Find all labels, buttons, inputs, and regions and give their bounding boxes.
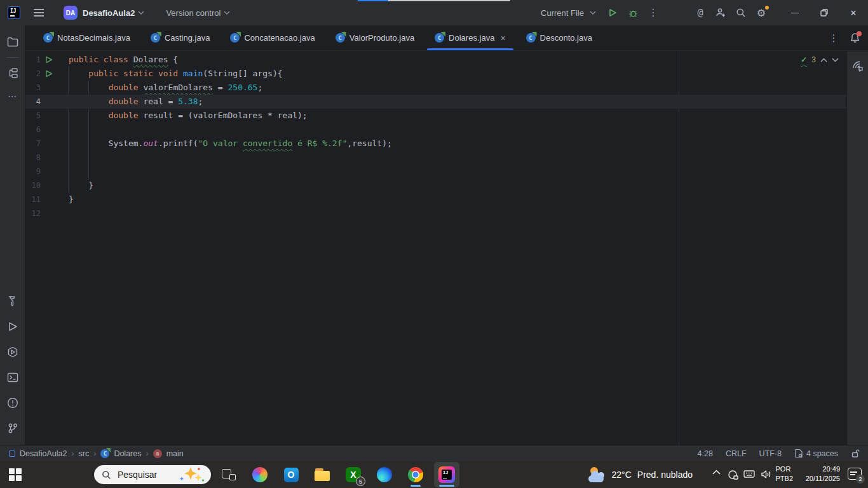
line-number[interactable]: 1 bbox=[25, 53, 41, 67]
file-encoding[interactable]: UTF-8 bbox=[759, 449, 782, 458]
version-control-chevron-down-icon[interactable] bbox=[224, 11, 230, 15]
line-number[interactable]: 7 bbox=[25, 137, 41, 151]
tab-casting-java[interactable]: CCasting.java bbox=[140, 25, 220, 50]
close-tab-icon[interactable]: × bbox=[500, 33, 505, 43]
notification-center-button[interactable]: 2 bbox=[846, 467, 863, 482]
code-line-9[interactable]: 9 bbox=[25, 165, 846, 179]
line-number[interactable]: 4 bbox=[25, 95, 41, 109]
line-number[interactable]: 9 bbox=[25, 165, 41, 179]
intellij-taskbar-button[interactable]: IJ bbox=[434, 462, 459, 487]
window-minimize-button[interactable]: — bbox=[780, 0, 810, 25]
settings-gear-icon[interactable]: ⚙ bbox=[751, 4, 771, 22]
run-line-icon[interactable] bbox=[45, 67, 58, 81]
window-close-button[interactable]: ✕ bbox=[839, 0, 868, 25]
xbox-button[interactable]: X 5 bbox=[341, 462, 366, 487]
version-control-menu[interactable]: Version control bbox=[166, 8, 220, 18]
run-configuration-selector[interactable]: Current File bbox=[541, 8, 584, 18]
prev-problem-icon[interactable] bbox=[820, 58, 827, 62]
breadcrumb-src[interactable]: src bbox=[79, 449, 90, 458]
tray-cast-icon[interactable] bbox=[728, 470, 738, 480]
code-line-10[interactable]: 10 } bbox=[25, 179, 846, 193]
language-indicator[interactable]: PORPTB2 bbox=[775, 464, 793, 484]
line-number[interactable]: 2 bbox=[25, 67, 41, 81]
run-tool-icon[interactable] bbox=[0, 315, 25, 338]
line-number[interactable]: 8 bbox=[25, 151, 41, 165]
chrome-button[interactable] bbox=[403, 462, 428, 487]
tray-show-hidden-icons[interactable] bbox=[712, 470, 721, 475]
run-line-icon[interactable] bbox=[45, 53, 58, 67]
clock-widget[interactable]: 20:49 20/11/2025 bbox=[806, 464, 840, 484]
unlock-icon[interactable] bbox=[851, 449, 860, 458]
line-number[interactable]: 12 bbox=[25, 207, 41, 220]
project-chevron-down-icon[interactable] bbox=[138, 11, 144, 15]
breadcrumb-class[interactable]: Dolares bbox=[114, 449, 141, 458]
ai-assistant-tool-icon[interactable] bbox=[848, 57, 867, 76]
line-number[interactable]: 11 bbox=[25, 193, 41, 207]
line-number[interactable]: 6 bbox=[25, 123, 41, 137]
inspections-widget[interactable]: ✓ 3 bbox=[801, 55, 839, 64]
notifications-bell-icon[interactable] bbox=[846, 30, 863, 46]
code-line-5[interactable]: 5 double result = (valorEmDolares * real… bbox=[25, 109, 846, 123]
taskbar-search-box[interactable]: Pesquisar bbox=[94, 465, 211, 484]
window-restore-button[interactable] bbox=[810, 0, 839, 25]
line-number[interactable]: 5 bbox=[25, 109, 41, 123]
tab-label: NotasDecimais.java bbox=[57, 33, 130, 43]
tab-concatenacao-java[interactable]: CConcatenacao.java bbox=[220, 25, 325, 50]
project-name[interactable]: DesafioAula2 bbox=[83, 8, 135, 18]
indent-setting[interactable]: 4 spaces bbox=[794, 449, 838, 458]
main-menu-button[interactable] bbox=[28, 4, 50, 22]
git-tool-icon[interactable] bbox=[0, 417, 25, 440]
volume-icon[interactable] bbox=[761, 470, 771, 479]
edge-button[interactable] bbox=[372, 462, 397, 487]
search-everywhere-icon[interactable] bbox=[731, 4, 751, 22]
weather-temperature: 22°C bbox=[612, 470, 632, 480]
code-with-me-icon[interactable] bbox=[710, 4, 731, 22]
weather-cloud-moon-icon bbox=[588, 467, 606, 482]
project-tool-icon[interactable] bbox=[0, 30, 25, 53]
file-explorer-button[interactable] bbox=[309, 462, 335, 487]
code-line-3[interactable]: 3 double valorEmDolares = 250.65; bbox=[25, 81, 846, 95]
ai-assistant-icon[interactable]: @ bbox=[690, 4, 710, 22]
caret-position[interactable]: 4:28 bbox=[698, 449, 713, 458]
top-edge-light-strip bbox=[388, 0, 510, 1]
tab-valorproduto-java[interactable]: CValorProduto.java bbox=[325, 25, 424, 50]
terminal-tool-icon[interactable] bbox=[0, 366, 25, 389]
tab-dolares-java[interactable]: CDolares.java× bbox=[424, 25, 515, 50]
code-line-2[interactable]: 2 public static void main(String[] args)… bbox=[25, 67, 846, 81]
build-tool-icon[interactable] bbox=[0, 290, 25, 313]
breadcrumb-project[interactable]: DesafioAula2 bbox=[20, 449, 67, 458]
next-problem-icon[interactable] bbox=[832, 58, 839, 62]
tab-desconto-java[interactable]: CDesconto.java bbox=[516, 25, 602, 50]
code-line-12[interactable]: 12 bbox=[25, 207, 846, 220]
weather-widget[interactable]: 22°C Pred. nublado bbox=[588, 461, 693, 488]
touch-keyboard-icon[interactable] bbox=[743, 470, 755, 478]
code-line-4[interactable]: 4 double real = 5.38; bbox=[25, 95, 846, 109]
code-line-7[interactable]: 7 System.out.printf("O valor convertido … bbox=[25, 137, 846, 151]
line-number[interactable]: 10 bbox=[25, 179, 41, 193]
code-line-1[interactable]: 1public class Dolares { bbox=[25, 53, 846, 67]
code-line-6[interactable]: 6 bbox=[25, 123, 846, 137]
run-button[interactable] bbox=[602, 4, 623, 22]
structure-tool-icon[interactable] bbox=[0, 62, 25, 85]
task-view-button[interactable] bbox=[216, 462, 241, 487]
copilot-button[interactable] bbox=[247, 462, 273, 487]
debug-button[interactable] bbox=[623, 4, 643, 22]
line-separator[interactable]: CRLF bbox=[726, 449, 747, 458]
editor-tab-bar: CNotasDecimais.javaCCasting.javaCConcate… bbox=[25, 25, 868, 51]
code-line-8[interactable]: 8 bbox=[25, 151, 846, 165]
problems-tool-icon[interactable] bbox=[0, 391, 25, 414]
code-text: } bbox=[58, 193, 74, 207]
breadcrumb-method[interactable]: main bbox=[166, 449, 184, 458]
more-actions-button[interactable]: ⋮ bbox=[643, 4, 663, 22]
tab-notasdecimais-java[interactable]: CNotasDecimais.java bbox=[33, 25, 140, 50]
code-line-11[interactable]: 11} bbox=[25, 193, 846, 207]
code-editor[interactable]: 1public class Dolares {2 public static v… bbox=[25, 51, 846, 445]
start-button[interactable] bbox=[9, 468, 22, 481]
tab-options-icon[interactable]: ⋮ bbox=[826, 32, 841, 44]
more-tool-windows-icon[interactable]: ⋯ bbox=[0, 85, 25, 107]
services-tool-icon[interactable] bbox=[0, 341, 25, 363]
outlook-button[interactable]: O bbox=[278, 462, 304, 487]
line-number[interactable]: 3 bbox=[25, 81, 41, 95]
run-config-chevron-down-icon[interactable] bbox=[590, 11, 596, 15]
code-text: double real = 5.38; bbox=[58, 95, 203, 109]
